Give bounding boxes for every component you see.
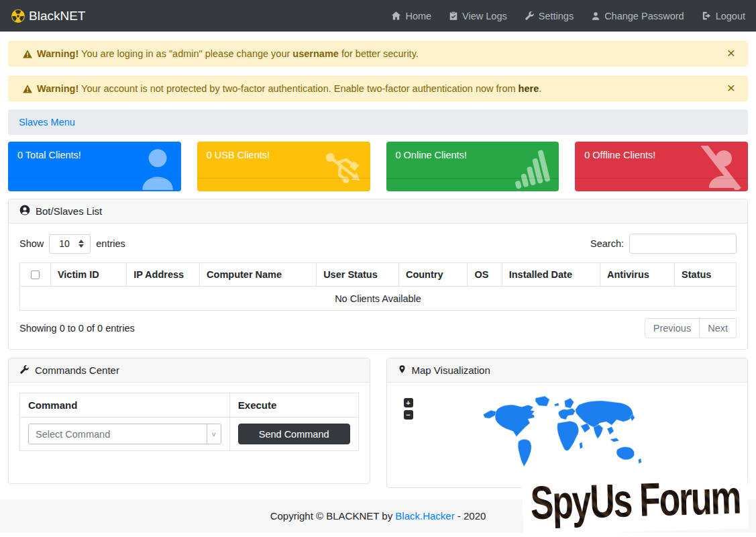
- nav-logout[interactable]: Logout: [702, 11, 745, 21]
- footer-text: Copyright © BLACKNET by Black.Hacker - 2…: [270, 510, 486, 522]
- clipboard-icon: [449, 11, 458, 21]
- col-os[interactable]: OS: [468, 263, 502, 287]
- usb-icon: [322, 146, 365, 191]
- slaves-menu-bar: Slaves Menu: [8, 109, 748, 135]
- alert-part1: You are loging in as "admin" please chan…: [78, 48, 292, 59]
- table-header-row: Victim ID IP Address Computer Name User …: [20, 263, 737, 287]
- search-group: Search:: [590, 234, 737, 254]
- card-divider: [197, 178, 370, 179]
- card-divider: [8, 178, 181, 179]
- card-divider: [575, 178, 748, 179]
- nav-change-password[interactable]: Change Password: [591, 11, 684, 21]
- alert-username-warning: Warning! You are loging in as "admin" pl…: [8, 41, 748, 66]
- alert-bold-word: username: [292, 48, 339, 59]
- select-all-header: [20, 263, 51, 287]
- alert-title: Warning!: [37, 83, 78, 94]
- card-divider: [386, 178, 559, 179]
- col-antivirus[interactable]: Antivirus: [600, 263, 675, 287]
- radiation-logo-icon: [11, 9, 25, 23]
- entries-label: entries: [96, 238, 125, 249]
- nav-change-password-label: Change Password: [604, 11, 684, 21]
- select-all-checkbox[interactable]: [31, 271, 40, 279]
- two-factor-here-link[interactable]: here: [519, 83, 539, 94]
- world-map[interactable]: [478, 393, 647, 477]
- search-input[interactable]: [629, 234, 737, 254]
- footer-part1: Copyright © BLACKNET by: [270, 510, 396, 522]
- stat-cards-row: 0 Total Clients! 0 USB Clients!: [8, 142, 748, 191]
- footer-author-link[interactable]: Black.Hacker: [395, 510, 454, 522]
- commands-table: Command Execute Select Command ˅: [19, 393, 359, 451]
- watermark-text: SpyUs Forum: [530, 470, 741, 530]
- map-header: Map Visualization: [387, 358, 748, 383]
- table-controls: Show 10 entries Search:: [19, 234, 737, 254]
- user-icon: [591, 11, 600, 21]
- alert-part2: for better security.: [339, 48, 419, 59]
- user-circle-icon: [19, 205, 30, 217]
- nav-logout-label: Logout: [716, 11, 745, 21]
- col-ip-address[interactable]: IP Address: [127, 263, 200, 287]
- col-installed-date[interactable]: Installed Date: [502, 263, 600, 287]
- user-slash-icon: [700, 146, 743, 191]
- col-victim-id[interactable]: Victim ID: [50, 263, 126, 287]
- table-footer: Showing 0 to 0 of 0 entries Previous Nex…: [19, 318, 737, 338]
- nav-home[interactable]: Home: [391, 11, 431, 21]
- offline-clients-label: 0 Offline Clients!: [584, 150, 655, 160]
- nav-settings[interactable]: Settings: [525, 11, 574, 21]
- usb-clients-label: 0 USB Clients!: [207, 150, 270, 160]
- command-column-header: Command: [20, 393, 230, 418]
- user-icon: [134, 146, 176, 191]
- bot-slaves-header: Bot/Slaves List: [9, 199, 747, 224]
- total-clients-card: 0 Total Clients!: [8, 142, 181, 191]
- footer-part2: - 2020: [455, 510, 486, 522]
- zoom-out-button[interactable]: −: [404, 410, 413, 420]
- alert-part2: .: [539, 83, 541, 94]
- spyus-forum-watermark: SpyUs Forum: [522, 465, 749, 534]
- commands-center-title: Commands Center: [35, 364, 119, 376]
- col-status[interactable]: Status: [675, 263, 737, 287]
- commands-center-header: Commands Center: [9, 358, 370, 383]
- nav-home-label: Home: [405, 11, 431, 21]
- nav-view-logs[interactable]: View Logs: [449, 11, 507, 21]
- slaves-menu-link[interactable]: Slaves Menu: [19, 117, 75, 128]
- page-size-value: 10: [59, 238, 70, 249]
- alert-title: Warning!: [37, 48, 78, 59]
- execute-column-header: Execute: [229, 393, 358, 418]
- show-label: Show: [19, 238, 44, 249]
- commands-center-panel: Commands Center Command Execute: [8, 358, 370, 484]
- map-pin-icon: [398, 364, 407, 377]
- home-icon: [391, 11, 401, 21]
- bot-slaves-panel: Bot/Slaves List Show 10 entries Search:: [8, 199, 748, 350]
- pagination: Previous Next: [645, 318, 737, 338]
- online-clients-card: 0 Online Clients!: [386, 142, 559, 191]
- online-clients-label: 0 Online Clients!: [396, 150, 467, 160]
- alert-2fa-warning: Warning! Your account is not protected b…: [8, 76, 748, 101]
- wrench-icon: [19, 364, 30, 377]
- zoom-in-button[interactable]: +: [404, 398, 413, 407]
- col-computer-name[interactable]: Computer Name: [200, 263, 317, 287]
- send-command-button[interactable]: Send Command: [238, 424, 350, 444]
- page-size-select[interactable]: 10: [49, 234, 91, 254]
- col-country[interactable]: Country: [398, 263, 468, 287]
- empty-message: No Clients Available: [20, 287, 737, 311]
- brand[interactable]: BlackNET: [11, 9, 85, 23]
- close-icon[interactable]: ×: [727, 46, 735, 60]
- command-select[interactable]: Select Command ˅: [28, 424, 221, 444]
- total-clients-label: 0 Total Clients!: [17, 150, 81, 160]
- wrench-icon: [525, 11, 535, 21]
- usb-clients-card: 0 USB Clients!: [197, 142, 370, 191]
- search-label: Search:: [590, 238, 624, 249]
- warning-triangle-icon: [22, 49, 33, 59]
- nav-settings-label: Settings: [539, 11, 574, 21]
- chevron-down-icon: ˅: [207, 424, 221, 444]
- warning-triangle-icon: [22, 84, 33, 94]
- next-button[interactable]: Next: [700, 318, 737, 338]
- map-zoom-controls: + −: [404, 398, 413, 420]
- close-icon[interactable]: ×: [727, 81, 735, 95]
- nav-view-logs-label: View Logs: [462, 11, 507, 21]
- previous-button[interactable]: Previous: [645, 318, 700, 338]
- bot-slaves-title: Bot/Slaves List: [36, 205, 102, 217]
- command-select-value: Select Command: [29, 429, 110, 440]
- entries-summary: Showing 0 to 0 of 0 entries: [19, 323, 135, 334]
- col-user-status[interactable]: User Status: [317, 263, 399, 287]
- alert-part1: Your account is not protected by two-fac…: [78, 83, 518, 94]
